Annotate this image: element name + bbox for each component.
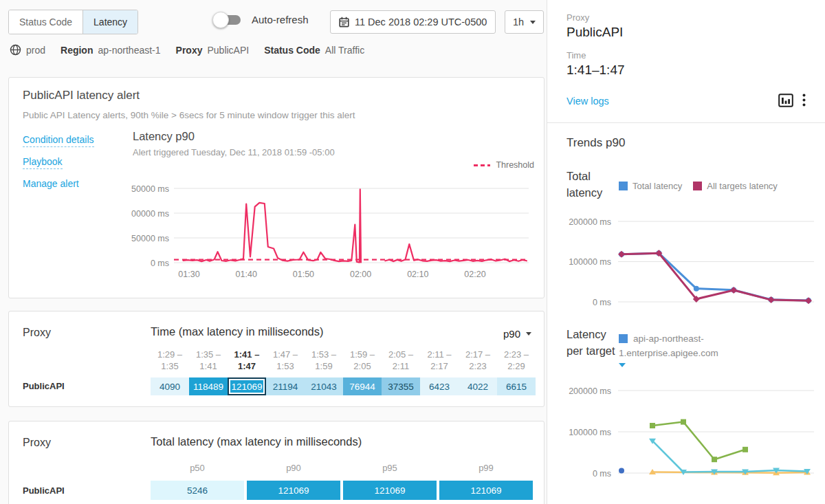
proxy-column-header: Proxy	[23, 327, 51, 339]
time-col-line2: 1:35	[151, 360, 189, 372]
tab-status-code[interactable]: Status Code	[9, 10, 82, 34]
percentile-cell[interactable]: 121069	[343, 481, 437, 500]
filter-label: Region	[60, 45, 93, 56]
heatmap-cell[interactable]: 4090	[151, 377, 189, 395]
apigee-latency-dashboard: Status CodeLatency Auto-refresh 11 Dec 2…	[0, 0, 825, 504]
detail-sidebar: Proxy PublicAPI Time 1:41–1:47 View logs…	[547, 0, 825, 504]
percentile-cell[interactable]: 121069	[439, 481, 533, 500]
svg-text:02:10: 02:10	[407, 270, 428, 279]
time-col-line2: 2:05	[343, 360, 382, 372]
time-col-line1: 1:29 –	[151, 349, 189, 360]
main-panel: Status CodeLatency Auto-refresh 11 Dec 2…	[0, 0, 547, 504]
heatmap-cell[interactable]: 76944	[343, 377, 382, 395]
svg-text:100000 ms: 100000 ms	[569, 257, 611, 267]
svg-text:100000 ms: 100000 ms	[131, 209, 169, 219]
heatmap-cell[interactable]: 118489	[189, 377, 228, 395]
auto-refresh-label: Auto-refresh	[252, 14, 309, 25]
time-col-line2: 2:23	[459, 360, 497, 372]
svg-text:100000 ms: 100000 ms	[569, 428, 611, 437]
alert-card: PublicAPI latency alert Public API Laten…	[8, 77, 544, 298]
alert-link-manage-alert[interactable]: Manage alert	[23, 178, 79, 189]
tab-latency[interactable]: Latency	[82, 10, 138, 34]
legend-swatch	[693, 182, 702, 190]
globe-icon	[10, 44, 21, 56]
filter-proxy[interactable]: ProxyPublicAPI	[176, 45, 250, 56]
svg-text:0 ms: 0 ms	[593, 469, 611, 479]
time-table-title: Time (max latency in milliseconds)	[151, 325, 324, 338]
auto-refresh-group: Auto-refresh	[217, 14, 309, 25]
chevron-down-icon	[526, 332, 531, 336]
sidebar-proxy-label: Proxy	[566, 12, 589, 23]
filter-status-code[interactable]: Status CodeAll Traffic	[264, 45, 364, 56]
alert-link-condition-details[interactable]: Condition details	[23, 134, 94, 147]
time-column-headers: 1:29 –1:351:35 –1:411:41 –1:471:47 –1:53…	[151, 349, 536, 372]
alert-chart-subtitle: Alert triggered Tuesday, Dec 11, 2018 01…	[133, 147, 335, 157]
heatmap-cell[interactable]: 37355	[382, 377, 420, 395]
time-col-line1: 1:41 –	[228, 349, 266, 360]
svg-text:150000 ms: 150000 ms	[131, 184, 169, 194]
latency-per-target-section-label: Latency per target	[566, 326, 624, 359]
target-legend-expand-icon[interactable]	[619, 363, 626, 367]
duration-select[interactable]: 1h	[505, 10, 544, 34]
proxy-row-label: PublicAPI	[23, 485, 65, 496]
svg-text:01:50: 01:50	[293, 270, 314, 279]
filter-value: PublicAPI	[207, 45, 249, 56]
date-range-value: 11 Dec 2018 02:29 UTC-0500	[355, 17, 487, 28]
percentile-cell[interactable]: 5246	[151, 481, 244, 500]
heatmap-cell[interactable]: 21043	[305, 377, 343, 395]
heatmap-cell[interactable]: 6615	[497, 377, 536, 395]
legend-label: All targets latency	[707, 181, 778, 191]
alert-latency-chart[interactable]: 150000 ms100000 ms50000 ms0 ms01:3001:40…	[131, 166, 544, 288]
latency-per-target-chart[interactable]: 200000 ms100000 ms0 ms	[547, 377, 825, 487]
percentile-row: 5246121069121069121069	[151, 481, 533, 500]
bar-chart-icon[interactable]	[778, 94, 793, 107]
time-col-header: 1:47 –1:53	[266, 349, 305, 372]
time-col-line1: 1:35 –	[189, 349, 228, 360]
filter-region[interactable]: Regionap-northeast-1	[60, 45, 161, 56]
calendar-icon	[339, 17, 349, 28]
percentile-col-header: p50	[151, 463, 244, 473]
time-col-header: 1:41 –1:47	[228, 349, 266, 372]
svg-text:50000 ms: 50000 ms	[131, 234, 169, 243]
legend-swatch	[619, 334, 628, 343]
time-col-line1: 2:23 –	[497, 349, 536, 360]
svg-text:0 ms: 0 ms	[151, 259, 169, 268]
env-filter[interactable]: prod	[10, 44, 45, 56]
time-col-header: 2:23 –2:29	[497, 349, 536, 372]
filter-bar: prod Regionap-northeast-1ProxyPublicAPIS…	[10, 44, 364, 56]
time-col-header: 2:17 –2:23	[459, 349, 497, 372]
heatmap-cell[interactable]: 6423	[420, 377, 459, 395]
time-col-line1: 2:17 –	[459, 349, 497, 360]
percentile-select[interactable]: p90	[503, 328, 531, 340]
legend-item-total-latency: Total latency	[619, 181, 682, 191]
sidebar-proxy-value: PublicAPI	[566, 25, 623, 40]
time-col-header: 1:29 –1:35	[151, 349, 189, 372]
sidebar-time-label: Time	[566, 50, 586, 61]
alert-links: Condition detailsPlaybookManage alert	[23, 134, 94, 189]
legend-item-all-targets-latency: All targets latency	[693, 181, 778, 191]
svg-text:200000 ms: 200000 ms	[569, 386, 611, 396]
kebab-menu-icon[interactable]	[802, 94, 806, 107]
percentile-col-header: p95	[343, 463, 437, 473]
svg-text:0 ms: 0 ms	[593, 298, 611, 307]
legend-swatch	[619, 182, 628, 190]
alert-link-playbook[interactable]: Playbook	[23, 156, 63, 169]
auto-refresh-toggle[interactable]	[217, 15, 241, 25]
heatmap-cell[interactable]: 4022	[459, 377, 497, 395]
env-value: prod	[26, 45, 45, 56]
heatmap-cell[interactable]: 21194	[266, 377, 305, 395]
percentile-cell[interactable]: 121069	[247, 481, 340, 500]
trends-total-latency-chart[interactable]: 200000 ms100000 ms0 ms	[547, 206, 825, 309]
heatmap-row: 4090118489121069211942104376944373556423…	[151, 377, 536, 395]
time-col-line2: 1:59	[305, 360, 343, 372]
date-range-picker[interactable]: 11 Dec 2018 02:29 UTC-0500	[330, 10, 496, 34]
heatmap-cell[interactable]: 121069	[228, 377, 266, 395]
sidebar-divider	[547, 122, 825, 123]
time-col-line2: 2:29	[497, 360, 536, 372]
time-col-line1: 2:11 –	[420, 349, 459, 360]
view-logs-link[interactable]: View logs	[566, 96, 609, 107]
sidebar-time-value: 1:41–1:47	[566, 63, 625, 78]
toggle-knob	[212, 12, 229, 28]
time-col-header: 1:53 –1:59	[305, 349, 343, 372]
svg-text:200000 ms: 200000 ms	[569, 217, 611, 227]
